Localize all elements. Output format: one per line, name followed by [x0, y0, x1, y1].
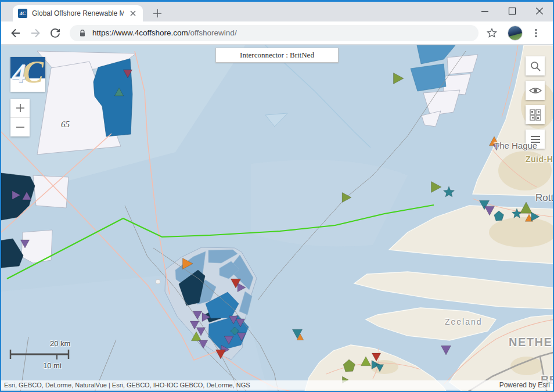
map-canvas[interactable]: Interconnector : BritNed C 4 [1, 45, 553, 391]
bookmark-star-button[interactable] [483, 24, 501, 42]
url-path: /offshorewind/ [188, 28, 237, 37]
new-tab-button[interactable] [150, 6, 165, 20]
scale-km-label: 20 km [50, 339, 70, 348]
tab-close-icon[interactable] [128, 9, 138, 18]
address-bar[interactable]: https://www.4coffshore.com/offshorewind/ [70, 25, 479, 41]
forward-button[interactable] [27, 24, 44, 42]
map-tooltip: Interconnector : BritNed [215, 48, 339, 63]
reload-button[interactable] [46, 24, 64, 42]
label-zuid-holland: Zuid-H [526, 154, 553, 164]
logo-letter-4: 4 [12, 57, 26, 89]
zoom-in-button[interactable] [10, 99, 30, 117]
4c-logo[interactable]: C 4 [10, 57, 45, 92]
tab-title: Global Offshore Renewable Map [32, 9, 124, 17]
zoom-out-button[interactable] [10, 118, 30, 136]
site-favicon-icon: 4C [18, 9, 27, 18]
tab-strip: 4C Global Offshore Renewable Map [1, 2, 553, 21]
scale-bar: 20 km 10 mi [9, 339, 91, 371]
attribution-text: Esri, GEBCO, DeLorme, NaturalVue | Esri,… [4, 382, 499, 389]
label-rotterdam: Rott [535, 192, 553, 204]
label-the-hague: The Hague [494, 141, 537, 150]
attribution-bar: Esri, GEBCO, DeLorme, NaturalVue | Esri,… [1, 380, 553, 390]
menu-dots-icon[interactable] [527, 24, 545, 42]
label-netherlands: NETHER [509, 336, 553, 349]
url-text: https://www.4coffshore.com/offshorewind/ [92, 28, 237, 37]
wind-farm-marker[interactable] [156, 279, 160, 284]
close-window-button[interactable] [526, 2, 553, 20]
profile-avatar[interactable] [508, 26, 523, 41]
window-controls [471, 2, 553, 20]
eye-icon [528, 85, 542, 96]
zoom-control [10, 99, 30, 136]
powered-by-esri: Powered by Esri [499, 381, 550, 389]
visibility-button[interactable] [526, 81, 545, 100]
lock-icon [78, 28, 87, 38]
search-button[interactable] [526, 56, 545, 75]
minimize-button[interactable] [471, 2, 498, 20]
label-zeeland: Zeeland [445, 317, 483, 326]
basemap-grid-icon [529, 109, 542, 121]
basemap-gallery-button[interactable] [526, 105, 545, 124]
scale-mi-label: 10 mi [43, 361, 62, 370]
browser-window: 4C Global Offshore Renewable Map https:/… [0, 0, 554, 392]
maximize-button[interactable] [498, 2, 526, 20]
label-area-65: 65 [61, 120, 70, 130]
back-button[interactable] [7, 24, 24, 42]
browser-toolbar: https://www.4coffshore.com/offshorewind/ [1, 21, 553, 45]
search-icon [529, 60, 542, 73]
browser-tab[interactable]: 4C Global Offshore Renewable Map [13, 5, 143, 21]
